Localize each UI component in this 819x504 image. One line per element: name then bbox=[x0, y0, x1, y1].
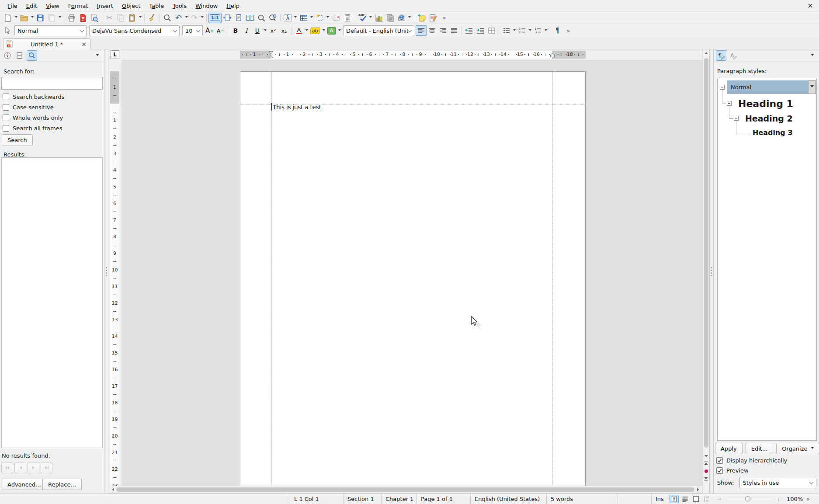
word-count-status[interactable]: 5 words bbox=[546, 494, 618, 504]
chapter-status[interactable]: Chapter 1 bbox=[381, 494, 416, 504]
search-results-list[interactable] bbox=[1, 157, 103, 448]
edit-button[interactable]: Edit... bbox=[746, 443, 774, 454]
character-styles-tab[interactable]: A bbox=[728, 50, 739, 61]
hyperlink-dropdown-icon[interactable] bbox=[407, 13, 412, 23]
menu-file[interactable]: File bbox=[3, 1, 22, 11]
multi-page-view-button[interactable] bbox=[680, 495, 690, 503]
page-status[interactable]: Page 1 of 1 bbox=[416, 494, 470, 504]
outline-list-button[interactable]: 1 bbox=[532, 25, 543, 36]
find-button[interactable] bbox=[162, 13, 173, 23]
search-button[interactable]: Search bbox=[2, 134, 33, 146]
insert-frame-dropdown-icon[interactable] bbox=[326, 13, 330, 23]
paste-button[interactable] bbox=[126, 13, 138, 23]
tree-collapse-icon[interactable] bbox=[720, 85, 725, 90]
underline-dropdown-icon[interactable] bbox=[263, 25, 267, 36]
hyperlink-button[interactable] bbox=[396, 13, 407, 23]
indent-marker-right[interactable] bbox=[550, 52, 555, 58]
paste-dropdown-icon[interactable] bbox=[138, 13, 142, 23]
scroll-left-icon[interactable] bbox=[108, 486, 115, 493]
search-all-frames-checkbox[interactable]: Search all frames bbox=[3, 124, 62, 132]
menu-tools[interactable]: Tools bbox=[168, 1, 191, 11]
search-input[interactable] bbox=[1, 77, 103, 90]
deck-options-dropdown-icon[interactable] bbox=[811, 54, 814, 58]
font-name-combobox[interactable]: DejaVu Sans Condensed bbox=[89, 25, 180, 36]
print-preview-button[interactable] bbox=[89, 13, 100, 23]
scroll-down-icon[interactable] bbox=[703, 453, 710, 460]
bullet-list-button[interactable] bbox=[501, 25, 512, 36]
toolbar-overflow-button[interactable]: » bbox=[563, 25, 574, 36]
insert-mode-status[interactable]: Ins bbox=[651, 494, 670, 504]
save-as-button[interactable] bbox=[46, 13, 57, 23]
zoom-out-icon[interactable]: − bbox=[717, 496, 722, 502]
navigate-by-button[interactable] bbox=[703, 468, 709, 474]
style-item-heading-2[interactable]: Heading 2 bbox=[745, 113, 793, 124]
horizontal-scroll-thumb[interactable] bbox=[116, 487, 694, 492]
borders-button[interactable] bbox=[486, 25, 497, 36]
tab-stop-selector-button[interactable]: L bbox=[111, 50, 119, 59]
undo-button[interactable]: ↶ bbox=[173, 13, 184, 23]
document-tab[interactable]: T Untitled 1 * × bbox=[3, 38, 90, 49]
decrease-indent-button[interactable] bbox=[463, 25, 475, 36]
deck-options-dropdown-icon[interactable] bbox=[96, 54, 99, 58]
italic-button[interactable]: I bbox=[241, 25, 252, 36]
highlight-color-button[interactable]: ab bbox=[309, 25, 321, 36]
vertical-ruler[interactable]: 11234567891011121314151617181920212223 bbox=[108, 60, 121, 486]
insert-frame-button[interactable] bbox=[314, 13, 326, 23]
menu-edit[interactable]: Edit bbox=[22, 1, 42, 11]
spellcheck-button[interactable]: ABC bbox=[357, 13, 368, 23]
align-center-button[interactable] bbox=[427, 25, 437, 36]
previous-result-button[interactable] bbox=[14, 462, 26, 473]
insert-formula-dropdown-icon[interactable] bbox=[293, 13, 298, 23]
style-item-heading-1[interactable]: Heading 1 bbox=[738, 98, 793, 109]
style-item-normal[interactable]: Normal bbox=[731, 80, 751, 94]
numbered-list-dropdown-icon[interactable] bbox=[527, 25, 532, 36]
zoom-slider[interactable]: − + bbox=[717, 494, 781, 504]
whole-words-checkbox[interactable]: Whole words only bbox=[3, 114, 63, 122]
insert-table-dropdown-icon[interactable] bbox=[309, 13, 314, 23]
redo-button[interactable]: ↷ bbox=[189, 13, 200, 23]
tab-close-icon[interactable]: × bbox=[80, 41, 87, 48]
document-page[interactable]: This is just a test. bbox=[240, 71, 586, 486]
cut-button[interactable]: ✂ bbox=[104, 13, 115, 23]
left-splitter[interactable] bbox=[104, 49, 108, 494]
vertical-scrollbar[interactable] bbox=[702, 49, 709, 494]
zoom-slider-track[interactable] bbox=[724, 499, 773, 499]
zoom-single-page-button[interactable] bbox=[233, 13, 244, 23]
zoom-slider-knob[interactable] bbox=[745, 496, 750, 501]
numbered-list-button[interactable]: 12 bbox=[517, 25, 527, 36]
zoom-level-value[interactable]: 100% bbox=[787, 494, 803, 504]
scroll-right-icon[interactable] bbox=[695, 486, 702, 493]
horizontal-scrollbar[interactable] bbox=[108, 486, 702, 493]
insert-textbox-button[interactable] bbox=[330, 13, 342, 23]
font-color-button[interactable]: A bbox=[293, 25, 304, 36]
insert-fields-button[interactable] bbox=[342, 13, 353, 23]
align-left-button[interactable] bbox=[416, 25, 427, 36]
language-status[interactable]: English (United States) bbox=[470, 494, 546, 504]
export-pdf-button[interactable] bbox=[77, 13, 89, 23]
menu-window[interactable]: Window bbox=[191, 1, 222, 11]
save-as-dropdown-icon[interactable] bbox=[57, 13, 62, 23]
grow-font-button[interactable]: A+ bbox=[204, 25, 215, 36]
zoom-object-button[interactable] bbox=[267, 13, 278, 23]
last-result-button[interactable] bbox=[41, 462, 52, 473]
apply-button[interactable]: Apply bbox=[715, 443, 743, 454]
display-hierarchically-checkbox[interactable]: Display hierarchically bbox=[716, 456, 787, 464]
document-viewport[interactable]: This is just a test. bbox=[121, 60, 702, 486]
menu-help[interactable]: Help bbox=[222, 1, 244, 11]
font-color-dropdown-icon[interactable] bbox=[304, 25, 309, 36]
clone-formatting-button[interactable] bbox=[146, 13, 158, 23]
gallery-button[interactable] bbox=[385, 13, 396, 23]
increase-indent-button[interactable] bbox=[475, 25, 486, 36]
open-button[interactable] bbox=[18, 13, 30, 23]
menu-insert[interactable]: Insert bbox=[93, 1, 118, 11]
book-view-button[interactable] bbox=[691, 495, 701, 503]
first-result-button[interactable] bbox=[1, 462, 13, 473]
next-result-button[interactable] bbox=[28, 462, 39, 473]
save-button[interactable] bbox=[35, 13, 46, 23]
insert-chart-button[interactable] bbox=[373, 13, 385, 23]
undo-dropdown-icon[interactable] bbox=[184, 13, 189, 23]
paragraph-style-combobox[interactable]: Normal bbox=[14, 25, 87, 36]
zoom-page-width-button[interactable] bbox=[222, 13, 233, 23]
select-tool-button[interactable] bbox=[2, 25, 13, 36]
track-changes-button[interactable] bbox=[427, 13, 439, 23]
